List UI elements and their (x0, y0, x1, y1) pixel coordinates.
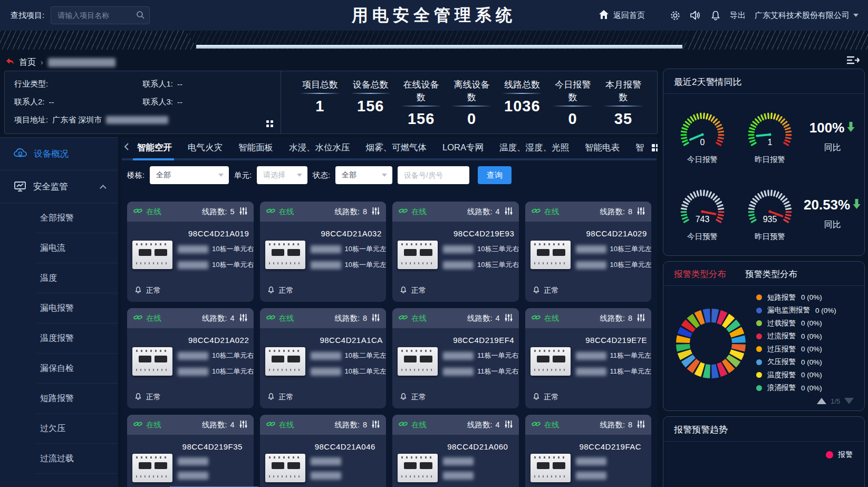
stats-strip: 项目总数1设备总数156在线设备数156离线设备数0线路总数1036今日报警数0… (281, 71, 657, 133)
comparison-label: 同比 (804, 142, 861, 154)
gauge-value: 743 (696, 215, 710, 224)
sidebar-subitem[interactable]: 漏保自检 (0, 354, 118, 384)
device-card-info: 98CC4D219E9310栋三单元右...10栋三单元右... (443, 227, 519, 286)
sliders-icon[interactable] (372, 207, 380, 217)
pager-down-icon[interactable] (844, 398, 854, 404)
tab-device-category[interactable]: 烟雾、可燃气体 (358, 142, 435, 154)
stat-item: 设备总数156 (348, 79, 393, 133)
settings-gear-icon[interactable] (670, 10, 681, 21)
gauge-block: 0今日报警 (669, 109, 736, 165)
device-card[interactable]: 在线线路数:498CC4D219F35正常 (127, 415, 254, 487)
notifications-bell-icon[interactable] (710, 10, 721, 21)
sidebar-subitem-label: 短路报警 (40, 393, 74, 404)
device-card-info: 98CC4D219F35 (178, 440, 247, 487)
link-icon (133, 313, 142, 323)
sidebar-item-label: 安全监管 (33, 181, 68, 193)
tab-device-category[interactable]: 智能面板 (230, 142, 281, 154)
tab-device-category[interactable]: 水浸、水位水压 (281, 142, 358, 154)
tab-device-category[interactable]: 温度、湿度、光照 (491, 142, 577, 154)
device-card[interactable]: 在线线路数:498CC4D21A02210栋二单元右...10栋二单元右...正… (127, 308, 254, 408)
comparison-block: 100%同比 (804, 120, 861, 154)
stat-value: 0 (550, 110, 595, 128)
device-card[interactable]: 在线线路数:898CC4D21A1CA10栋二单元左...10栋二单元左...正… (260, 308, 387, 408)
legend-name: 过压报警 (767, 345, 796, 354)
device-number-input[interactable] (398, 166, 469, 184)
device-card[interactable]: 在线线路数:898CC4D21A046正常 (260, 415, 387, 487)
redacted-text (106, 116, 168, 124)
sidebar-subitem[interactable]: 全部报警 (0, 203, 118, 233)
link-icon (133, 420, 142, 429)
project-search-input[interactable] (51, 6, 150, 24)
tab-device-category[interactable]: 电气火灾 (180, 142, 230, 154)
device-card[interactable]: 在线线路数:498CC4D21A060正常 (392, 415, 519, 487)
sliders-icon[interactable] (637, 420, 645, 430)
device-card[interactable]: 在线线路数:898CC4D21A02910栋三单元左...10栋三单元左...正… (525, 202, 652, 302)
company-dropdown[interactable]: 广东艾科技术股份有限公司 (755, 11, 859, 21)
tab-grid-icon[interactable] (652, 144, 658, 151)
device-card[interactable]: 在线线路数:898CC4D219E7E11栋一单元左...11栋一单元左...正… (525, 308, 652, 408)
tab-device-category[interactable]: 智 (628, 142, 652, 154)
export-button[interactable]: 导出 (730, 11, 746, 21)
back-arrow-icon[interactable] (5, 58, 14, 68)
sliders-icon[interactable] (637, 313, 645, 323)
query-button[interactable]: 查询 (478, 166, 512, 184)
tab-warning-distribution[interactable]: 预警类型分布 (745, 269, 797, 280)
sliders-icon[interactable] (372, 420, 380, 430)
search-icon[interactable] (136, 11, 144, 21)
breadcrumb-home[interactable]: 首页 (19, 57, 36, 68)
sidebar-subitem[interactable]: 漏电流 (0, 233, 118, 263)
sidebar-item-device-overview[interactable]: 设备概况 (0, 138, 118, 170)
sidebar-subitem[interactable]: 漏电报警 (0, 293, 118, 323)
status-select[interactable]: 全部 (335, 166, 392, 184)
breadcrumb-separator: › (41, 58, 43, 66)
tabs-scroll-left-icon[interactable] (124, 142, 129, 153)
legend-value: 0 (0%) (801, 345, 822, 353)
device-card-header: 在线线路数:4 (392, 202, 519, 222)
sliders-icon[interactable] (239, 313, 247, 323)
sliders-icon[interactable] (637, 207, 645, 217)
device-card[interactable]: 在线线路数:898CC4D21A03210栋一单元左...10栋一单元左...正… (260, 202, 387, 302)
device-card[interactable]: 在线线路数:498CC4D219EF411栋一单元右...11栋一单元右...正… (392, 308, 519, 408)
sidebar-subitem[interactable]: 短路报警 (0, 384, 118, 414)
sliders-icon[interactable] (239, 207, 247, 217)
panel-collapse-icon[interactable] (846, 55, 860, 67)
legend-dot (756, 308, 762, 313)
line-count-value: 8 (628, 314, 632, 322)
sliders-icon[interactable] (505, 420, 513, 430)
building-select[interactable]: 全部 (150, 166, 229, 184)
line-count-value: 5 (230, 207, 234, 216)
device-card-info: 98CC4D21A02210栋二单元右...10栋二单元右... (178, 333, 254, 393)
speaker-icon[interactable] (690, 10, 701, 21)
back-home-button[interactable]: 返回首页 (599, 9, 645, 21)
gauge-chart: 743 (669, 186, 736, 232)
tab-device-category[interactable]: 智能电表 (577, 142, 628, 154)
tab-alarm-distribution[interactable]: 报警类型分布 (674, 269, 726, 280)
tab-device-category[interactable]: 智能空开 (129, 142, 180, 154)
device-card[interactable]: 在线线路数:898CC4D219FAC正常 (525, 415, 652, 487)
unit-select[interactable]: 请选择 (257, 166, 307, 184)
sidebar-item-safety-monitor[interactable]: 安全监管 (0, 170, 118, 203)
bell-icon (533, 393, 540, 402)
legend-value: 0 (0%) (801, 358, 822, 366)
device-id: 98CC4D219E7E (576, 336, 652, 345)
device-location-row: 10栋三单元左... (576, 244, 652, 254)
link-icon (133, 207, 142, 216)
layout-grid-icon[interactable] (266, 120, 273, 127)
breadcrumb-current-redacted (48, 58, 115, 67)
comparison-value: 100% (809, 120, 845, 136)
line-count-value: 4 (495, 207, 499, 216)
tab-device-category[interactable]: LORA专网 (435, 142, 491, 154)
sliders-icon[interactable] (372, 313, 380, 323)
sidebar-subitem[interactable]: 温度 (0, 263, 118, 293)
sliders-icon[interactable] (505, 207, 513, 217)
device-card[interactable]: 在线线路数:598CC4D21A01910栋一单元右...10栋一单元右...正… (127, 202, 254, 302)
stat-item: 线路总数1036 (499, 79, 545, 133)
device-card[interactable]: 在线线路数:498CC4D219E9310栋三单元右...10栋三单元右...正… (392, 202, 519, 302)
sidebar-subitem[interactable]: 过欠压 (0, 414, 118, 444)
pager-up-icon[interactable] (817, 398, 826, 404)
sidebar-subitem[interactable]: 温度报警 (0, 323, 118, 354)
sliders-icon[interactable] (239, 420, 247, 430)
sliders-icon[interactable] (505, 313, 513, 323)
sidebar-subitem[interactable]: 过流过载 (0, 444, 118, 474)
stat-label: 今日报警数 (553, 79, 593, 104)
